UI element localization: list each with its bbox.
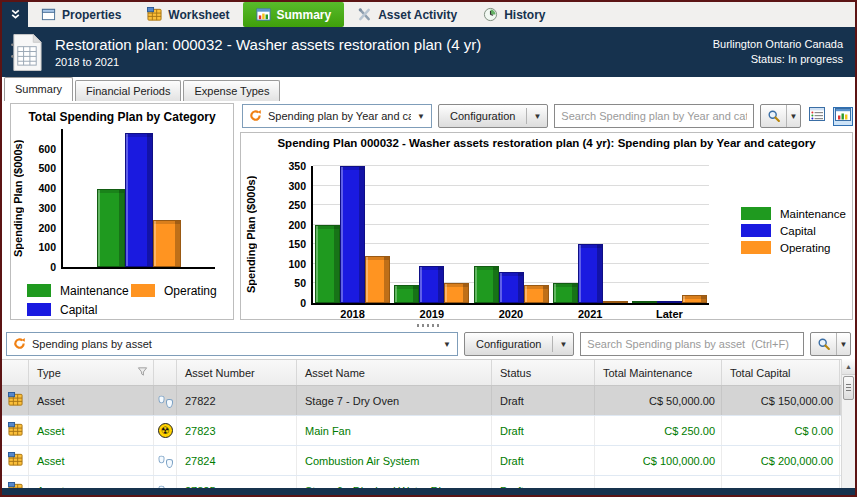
column-header-total-maintenance[interactable]: Total Maintenance <box>595 360 722 385</box>
total-spending-chart-panel: Total Spending Plan by Category Spending… <box>10 103 234 320</box>
panel-splitter[interactable] <box>2 321 855 330</box>
y-tick-label: 400 <box>38 182 56 194</box>
configuration-button[interactable]: Configuration ▼ <box>438 104 548 128</box>
y-tick-label: 100 <box>288 258 306 270</box>
plot-area <box>61 129 215 269</box>
table-search-input[interactable] <box>580 332 804 356</box>
scroll-up-button[interactable]: ▲ <box>842 359 855 375</box>
column-header-tag[interactable] <box>154 360 177 385</box>
column-header-total-capital[interactable]: Total Capital <box>722 360 840 385</box>
tab-label: History <box>504 8 545 22</box>
table-toolbar: Spending plans by asset ▼ Configuration … <box>6 331 851 357</box>
list-view-icon <box>809 107 825 125</box>
scrollbar-thumb[interactable] <box>843 376 854 400</box>
chevron-down-icon: ▼ <box>553 340 573 349</box>
radiation-icon: ☢ <box>158 423 173 438</box>
tab-properties[interactable]: Properties <box>28 2 134 27</box>
asset-name-cell: Main Fan <box>297 416 492 445</box>
double-chevron-down-icon <box>10 6 21 24</box>
clock-icon <box>483 7 498 22</box>
list-view-button[interactable] <box>807 107 827 126</box>
column-header-asset-number[interactable]: Asset Number <box>177 360 297 385</box>
vertical-scrollbar[interactable]: ▲ <box>841 359 855 492</box>
chart-bar <box>444 283 469 303</box>
legend-swatch <box>27 284 51 297</box>
legend-item: Capital <box>741 224 846 237</box>
status-cell: Draft <box>492 386 595 415</box>
gridline <box>313 165 709 166</box>
tab-expense-types[interactable]: Expense Types <box>183 80 280 101</box>
legend-item: Operating <box>131 281 227 300</box>
chart-bar <box>365 256 390 303</box>
search-button[interactable]: ▼ <box>760 104 801 128</box>
column-header-status[interactable]: Status <box>492 360 595 385</box>
legend-swatch <box>741 241 771 254</box>
legend-item: Operating <box>741 241 846 254</box>
tab-asset-activity[interactable]: Asset Activity <box>344 2 470 27</box>
chevron-down-icon: ▼ <box>443 340 451 349</box>
y-tick-label: 0 <box>300 297 306 309</box>
asset-name-cell: Stage 7 - Dry Oven <box>297 386 492 415</box>
chart-bar <box>340 166 365 303</box>
table-row[interactable]: Asset☢27823Main FanDraftC$ 250.00C$ 0.00 <box>2 416 855 446</box>
filter-icon[interactable] <box>137 366 148 379</box>
gridline <box>313 204 709 205</box>
table-view-dropdown[interactable]: Spending plans by asset ▼ <box>6 332 458 356</box>
type-cell: Asset <box>29 446 154 475</box>
tab-history[interactable]: History <box>470 2 558 27</box>
status-cell: Draft <box>492 416 595 445</box>
tag-cell <box>154 386 177 415</box>
chart-view-dropdown[interactable]: Spending plan by Year and cate ▼ <box>242 104 432 128</box>
chart-bar <box>394 285 419 303</box>
window-bottom-edge <box>2 488 855 495</box>
chart-legend: Maintenance Capital Operating <box>741 207 846 258</box>
tab-worksheet[interactable]: Worksheet <box>134 2 242 27</box>
chart-bar <box>578 244 603 303</box>
legend-item: Maintenance <box>27 281 131 300</box>
configuration-button[interactable]: Configuration ▼ <box>464 332 574 356</box>
table-row[interactable]: Asset27822Stage 7 - Dry OvenDraftC$ 50,0… <box>2 386 855 416</box>
gridline <box>313 243 709 244</box>
main-tab-bar: Properties Worksheet Summary Asset Activ… <box>2 2 855 27</box>
splitter-grip-icon <box>417 324 441 327</box>
record-header: Restoration plan: 000032 - Washer assets… <box>2 27 855 77</box>
search-button[interactable]: ▼ <box>810 332 851 356</box>
chevron-down-icon: ▼ <box>527 112 547 121</box>
column-header-type[interactable]: Type <box>29 360 154 385</box>
status-badge: In progress <box>788 53 843 65</box>
column-header-icon[interactable] <box>2 360 29 385</box>
refresh-icon <box>249 109 262 124</box>
tab-financial-periods[interactable]: Financial Periods <box>75 80 181 101</box>
asset-icon <box>8 392 23 409</box>
chart-bar <box>97 189 125 267</box>
chart-view-button[interactable] <box>833 107 853 126</box>
chart-search-input[interactable] <box>554 104 754 128</box>
asset-icon <box>8 452 23 469</box>
asset-icon <box>8 422 23 439</box>
y-tick-label: 300 <box>288 180 306 192</box>
table-row[interactable]: Asset27824Combustion Air SystemDraftC$ 1… <box>2 446 855 476</box>
x-axis-label: 2019 <box>397 308 467 320</box>
tab-summary-sub[interactable]: Summary <box>4 77 73 101</box>
y-tick-label: 250 <box>288 199 306 211</box>
total-capital-cell: C$ 150,000.00 <box>722 386 840 415</box>
chart-bar <box>524 285 549 303</box>
tab-summary[interactable]: Summary <box>243 2 345 27</box>
chart-bar <box>419 266 444 303</box>
column-header-asset-name[interactable]: Asset Name <box>297 360 492 385</box>
asset-number-cell: 27824 <box>177 446 297 475</box>
tools-icon <box>357 7 372 22</box>
legend-item: Maintenance <box>741 207 846 220</box>
chart-bar <box>125 133 153 267</box>
chart-bar <box>553 283 578 303</box>
search-icon <box>761 105 786 127</box>
type-cell: Asset <box>29 386 154 415</box>
chevron-down-icon: ▼ <box>786 105 800 127</box>
worksheet-icon <box>147 7 162 22</box>
y-tick-label: 200 <box>288 219 306 231</box>
chart-bar <box>499 272 524 303</box>
status-line: Status: In progress <box>713 52 843 67</box>
collapse-ribbon-button[interactable] <box>2 2 28 27</box>
total-maintenance-cell: C$ 100,000.00 <box>595 446 722 475</box>
type-cell: Asset <box>29 416 154 445</box>
